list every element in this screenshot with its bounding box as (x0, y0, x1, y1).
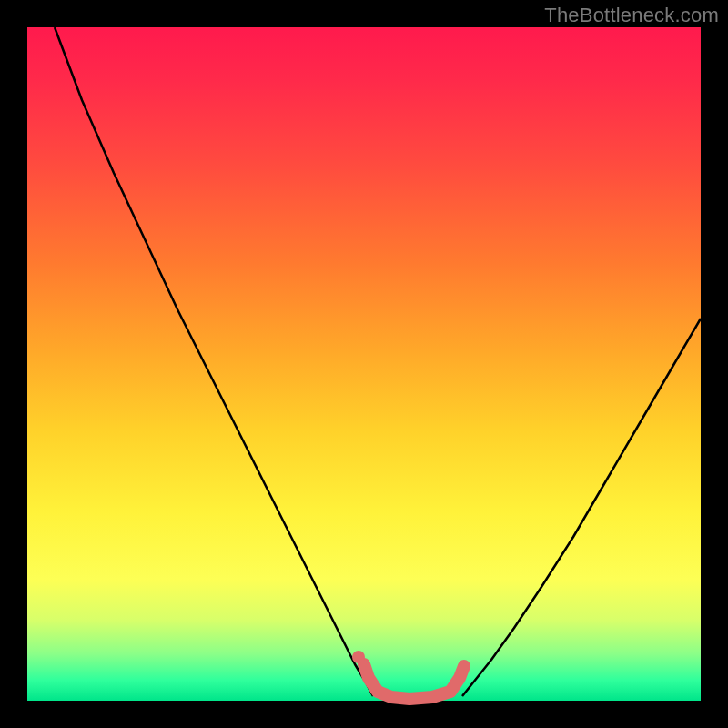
series-bottom-salmon (364, 664, 464, 699)
plot-area (27, 27, 701, 701)
marker-group (352, 651, 365, 663)
chart-frame: TheBottleneck.com (0, 0, 728, 728)
salmon-dot-left (352, 651, 365, 663)
series-right-curve (462, 318, 701, 696)
curve-layer (27, 27, 701, 701)
series-left-curve (55, 27, 373, 696)
watermark-text: TheBottleneck.com (544, 4, 719, 27)
series-group (55, 27, 701, 699)
